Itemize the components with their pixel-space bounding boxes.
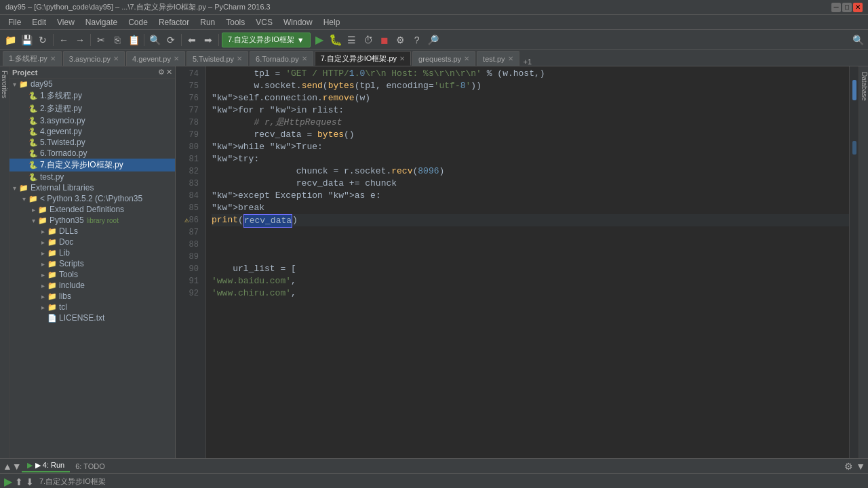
tree-item-9[interactable]: ▾ 📁 External Libraries <box>9 182 175 193</box>
forward-btn[interactable]: → <box>73 33 87 47</box>
code-editor[interactable]: tpl = 'GET / HTTP/1.0\r\n Host: %s\r\n\r… <box>206 66 849 458</box>
menu-item-code[interactable]: Code <box>123 16 153 28</box>
save-btn[interactable]: 💾 <box>19 33 34 47</box>
search-everywhere-btn[interactable]: 🔍 <box>850 33 865 47</box>
sync-btn[interactable]: ↻ <box>35 33 50 47</box>
tree-item-14[interactable]: ▸ 📁 Doc <box>9 237 175 247</box>
sidebar-settings-btn[interactable]: ⚙ <box>158 68 165 77</box>
stop-btn[interactable]: ◼ <box>377 33 392 47</box>
favorites-label[interactable]: Favorites <box>0 69 9 100</box>
search-btn[interactable]: 🔍 <box>147 33 162 47</box>
tree-item-10[interactable]: ▾ 📁 < Python 3.5.2 (C:\Python35 <box>9 193 175 204</box>
tab-4[interactable]: 6.Tornado.py✕ <box>250 51 313 66</box>
tree-label-3: 3.asyncio.py <box>40 116 85 125</box>
todo-tab[interactable]: 6: TODO <box>70 461 111 472</box>
menu-item-run[interactable]: Run <box>195 16 220 28</box>
run-config-dropdown[interactable]: 7.自定义异步IO框架 ▼ <box>222 33 311 47</box>
line-num-2: 76 <box>189 92 199 104</box>
minimap-scrollbar[interactable] <box>849 66 859 458</box>
tree-item-2[interactable]: 🐍 2.多进程.py <box>9 102 175 115</box>
tree-item-15[interactable]: ▸ 📁 Lib <box>9 247 175 258</box>
tree-item-3[interactable]: 🐍 3.asyncio.py <box>9 115 175 126</box>
tab-2[interactable]: 4.gevent.py✕ <box>126 51 185 66</box>
nav-prev-btn[interactable]: ⬅ <box>184 33 199 47</box>
run-tab[interactable]: ▶ ▶ 4: Run <box>22 460 70 472</box>
scroll-up-btn[interactable]: ⬆ <box>15 476 23 487</box>
tree-item-0[interactable]: ▾ 📁 day95 <box>9 79 175 89</box>
tree-item-4[interactable]: 🐍 4.gevent.py <box>9 126 175 137</box>
tab-close-1[interactable]: ✕ <box>113 55 119 62</box>
profile-btn[interactable]: ⏱ <box>361 33 376 47</box>
tree-item-6[interactable]: 🐍 6.Tornado.py <box>9 148 175 159</box>
database-panel-label[interactable]: Database <box>859 66 868 458</box>
tree-item-17[interactable]: ▸ 📁 Tools <box>9 269 175 280</box>
replace-btn[interactable]: ⟳ <box>163 33 178 47</box>
tree-item-18[interactable]: ▸ 📁 include <box>9 280 175 291</box>
tab-overflow[interactable]: +1 <box>521 58 535 66</box>
tree-item-8[interactable]: 🐍 test.py <box>9 171 175 182</box>
tree-icon-16: 📁 <box>47 260 57 268</box>
minimize-button[interactable]: ─ <box>831 3 841 12</box>
tab-5[interactable]: 7.自定义异步IO框架.py✕ <box>315 51 411 66</box>
menu-item-vcs[interactable]: VCS <box>250 16 278 28</box>
tab-0[interactable]: 1.多线程.py✕ <box>3 51 62 66</box>
close-button[interactable]: ✕ <box>853 3 863 12</box>
tab-1[interactable]: 3.asyncio.py✕ <box>63 51 125 66</box>
bottom-close-btn[interactable]: ▼ <box>856 461 865 472</box>
back-btn[interactable]: ← <box>56 33 71 47</box>
menu-item-tools[interactable]: Tools <box>220 16 250 28</box>
sidebar-close-btn[interactable]: ✕ <box>166 68 172 77</box>
maximize-button[interactable]: □ <box>842 3 852 12</box>
tree-arrow-16: ▸ <box>38 260 47 268</box>
tab-close-0[interactable]: ✕ <box>50 55 56 62</box>
rerun-btn[interactable]: ▶ <box>4 475 12 488</box>
menu-item-window[interactable]: Window <box>278 16 318 28</box>
tree-item-21[interactable]: 📄 LICENSE.txt <box>9 312 175 323</box>
tab-close-2[interactable]: ✕ <box>174 55 179 62</box>
tab-close-4[interactable]: ✕ <box>302 55 307 62</box>
tree-item-19[interactable]: ▸ 📁 libs <box>9 291 175 302</box>
tree-item-16[interactable]: ▸ 📁 Scripts <box>9 258 175 269</box>
tree-item-7[interactable]: 🐍 7.自定义异步IO框架.py <box>9 159 175 171</box>
menu-item-help[interactable]: Help <box>318 16 346 28</box>
menu-item-navigate[interactable]: Navigate <box>80 16 123 28</box>
tab-3[interactable]: 5.Twisted.py✕ <box>186 51 248 66</box>
settings-btn[interactable]: ⚙ <box>393 33 408 47</box>
tree-item-13[interactable]: ▸ 📁 DLLs <box>9 226 175 237</box>
cut-btn[interactable]: ✂ <box>94 33 108 47</box>
bottom-settings-btn[interactable]: ⚙ <box>844 461 853 472</box>
run-down-btn[interactable]: ▼ <box>12 461 22 472</box>
scroll-down-btn[interactable]: ⬇ <box>26 476 34 487</box>
code-line-76: "kw">self.connection.remove(w) <box>212 92 849 104</box>
tree-item-20[interactable]: ▸ 📁 tcl <box>9 302 175 312</box>
copy-btn[interactable]: ⎘ <box>110 33 125 47</box>
find-action-btn[interactable]: 🔎 <box>426 33 441 47</box>
tree-item-1[interactable]: 🐍 1.多线程.py <box>9 89 175 102</box>
tab-close-3[interactable]: ✕ <box>237 55 242 62</box>
menu-item-file[interactable]: File <box>3 16 26 28</box>
tab-close-6[interactable]: ✕ <box>464 55 469 62</box>
nav-next-btn[interactable]: ➡ <box>201 33 216 47</box>
tab-close-7[interactable]: ✕ <box>508 55 513 62</box>
tree-item-11[interactable]: ▸ 📁 Extended Definitions <box>9 204 175 215</box>
help-btn[interactable]: ? <box>410 33 425 47</box>
run-up-btn[interactable]: ▲ <box>3 461 12 472</box>
debug-btn[interactable]: 🐛 <box>328 33 343 47</box>
menu-item-refactor[interactable]: Refactor <box>153 16 195 28</box>
run-btn[interactable]: ▶ <box>312 33 327 47</box>
tab-6[interactable]: grequests.py✕ <box>412 51 475 66</box>
project-view-btn[interactable]: 📁 <box>3 33 18 47</box>
tab-close-5[interactable]: ✕ <box>399 55 405 62</box>
toolbar-sep-4 <box>181 34 182 46</box>
line-num-14: 88 <box>189 239 199 251</box>
tree-item-5[interactable]: 🐍 5.Twisted.py <box>9 137 175 148</box>
menu-item-view[interactable]: View <box>52 16 80 28</box>
menu-item-edit[interactable]: Edit <box>26 16 52 28</box>
coverage-btn[interactable]: ☰ <box>344 33 359 47</box>
code-line-81: "kw">try: <box>212 153 849 165</box>
tree-item-12[interactable]: ▾ 📁 Python35library root <box>9 215 175 226</box>
tab-7[interactable]: test.py✕ <box>477 51 519 66</box>
tree-icon-21: 📄 <box>47 314 57 323</box>
tab-label-7: test.py <box>483 55 505 63</box>
paste-btn[interactable]: 📋 <box>126 33 141 47</box>
